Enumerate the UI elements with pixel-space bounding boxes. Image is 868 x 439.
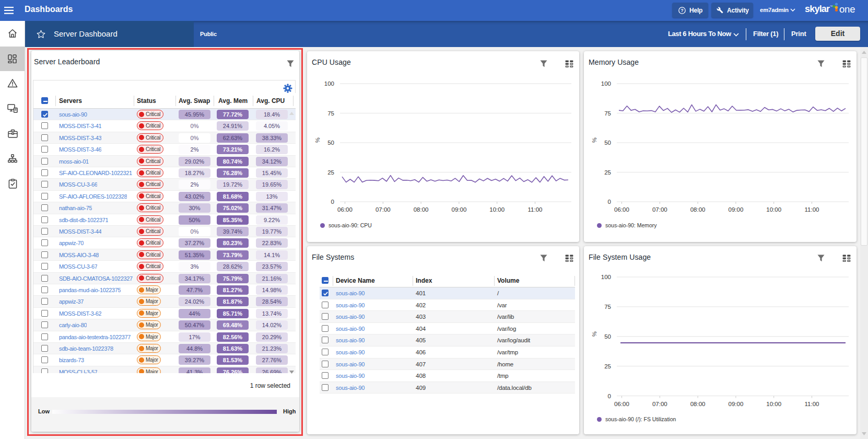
- svg-text:06:00: 06:00: [337, 206, 353, 213]
- svg-text:10:00: 10:00: [766, 401, 781, 407]
- svg-text:11:00: 11:00: [805, 206, 819, 213]
- svg-text:10:00: 10:00: [766, 206, 781, 213]
- svg-text:75: 75: [327, 110, 334, 117]
- svg-text:50: 50: [604, 333, 611, 340]
- svg-text:%: %: [591, 137, 597, 143]
- svg-text:09:00: 09:00: [452, 206, 467, 213]
- svg-text:09:00: 09:00: [729, 401, 744, 407]
- svg-text:07:00: 07:00: [652, 206, 667, 213]
- svg-text:09:00: 09:00: [729, 206, 744, 213]
- svg-text:75: 75: [604, 110, 611, 117]
- svg-text:07:00: 07:00: [652, 401, 667, 407]
- svg-text:08:00: 08:00: [690, 206, 706, 213]
- svg-text:100: 100: [601, 274, 611, 280]
- svg-text:08:00: 08:00: [690, 401, 706, 407]
- svg-text:11:00: 11:00: [528, 206, 543, 213]
- svg-text:?: ?: [681, 8, 683, 13]
- svg-text:11:00: 11:00: [805, 401, 819, 407]
- svg-text:50: 50: [604, 140, 611, 146]
- svg-text:06:00: 06:00: [614, 206, 629, 213]
- svg-text:08:00: 08:00: [414, 206, 429, 213]
- svg-text:75: 75: [604, 304, 611, 310]
- svg-text:%: %: [314, 137, 321, 143]
- svg-text:10:00: 10:00: [489, 206, 505, 213]
- svg-text:100: 100: [601, 80, 611, 87]
- svg-text:06:00: 06:00: [614, 401, 629, 407]
- svg-text:0: 0: [608, 199, 611, 205]
- svg-text:100: 100: [324, 80, 334, 87]
- svg-text:%: %: [591, 331, 597, 337]
- svg-text:07:00: 07:00: [376, 206, 391, 213]
- svg-text:0: 0: [608, 393, 611, 399]
- svg-text:25: 25: [604, 363, 611, 369]
- svg-text:50: 50: [327, 140, 334, 146]
- svg-text:0: 0: [331, 199, 334, 205]
- svg-text:25: 25: [327, 169, 334, 176]
- svg-text:25: 25: [604, 169, 611, 176]
